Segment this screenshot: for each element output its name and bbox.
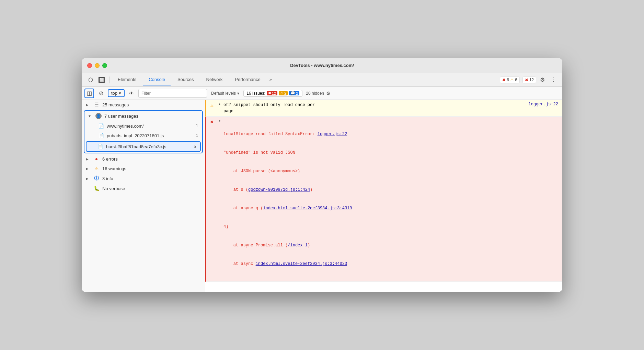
sidebar-item-info[interactable]: ▶ ⓘ 3 info <box>82 173 205 184</box>
messages-list-icon: ☰ <box>93 102 100 107</box>
messages-arrow-icon: ▶ <box>86 103 91 107</box>
console-entry-warning: ⚠ ▶ et2 snippet should only load once pe… <box>205 100 562 117</box>
tab-more[interactable]: » <box>267 75 274 84</box>
traffic-lights <box>87 63 107 68</box>
issues-error-icon: ✖ <box>268 91 271 95</box>
verbose-label: No verbose <box>102 186 201 191</box>
pubads-count: 1 <box>196 133 198 138</box>
warning-count: 6 <box>515 78 517 82</box>
inspect-button[interactable]: 🔲 <box>97 75 106 85</box>
error-count-badge[interactable]: ✖ 6 ⚠ 6 <box>500 77 519 83</box>
warning-badge-icon: ⚠ <box>510 78 514 82</box>
issues-info-badge: 💬 2 <box>289 91 299 95</box>
tab-elements[interactable]: Elements <box>112 74 142 85</box>
tab-network[interactable]: Network <box>201 74 228 85</box>
error-detail-3: at d (godzown-9010971d.js:1:424) <box>223 187 558 193</box>
console-toolbar: ◫ ⊘ top ▾ 👁 Default levels ▾ 16 Issues: … <box>82 87 562 100</box>
levels-dropdown[interactable]: Default levels ▾ <box>209 90 241 96</box>
burst-file-icon: 📄 <box>97 144 103 149</box>
sidebar-item-errors[interactable]: ▶ ● 6 errors <box>82 154 205 164</box>
error-detail-6: at async Promise.all (/index 1) <box>223 242 558 248</box>
issues-info-count: 2 <box>296 91 298 95</box>
filter-input[interactable] <box>138 89 207 98</box>
info-label: 3 info <box>102 176 201 181</box>
error-detail-1: "undefined" is not valid JSON <box>223 150 558 156</box>
sidebar-item-pubads[interactable]: 📄 pubads_impl_2022071801.js 1 <box>84 131 202 140</box>
warning-entry-icon: ⚠ <box>210 102 216 108</box>
context-label: top <box>111 91 117 96</box>
burst-count: 5 <box>194 144 196 149</box>
error-count: 6 <box>507 78 509 82</box>
window-title: DevTools - www.nytimes.com/ <box>290 63 354 68</box>
nytimes-label: www.nytimes.com/ <box>107 124 193 129</box>
hidden-badge: 20 hidden <box>306 91 324 96</box>
warning-triangle-icon: ⚠ <box>93 166 100 171</box>
issues-warning-count: 2 <box>284 91 286 95</box>
errors-arrow-icon: ▶ <box>86 157 91 161</box>
eye-button[interactable]: 👁 <box>127 89 136 98</box>
godzown-link[interactable]: godzown-9010971d.js:1:424 <box>248 187 310 192</box>
levels-label: Default levels <box>211 91 236 96</box>
error-badge-icon: ✖ <box>502 78 506 82</box>
settings-button[interactable]: ⚙ <box>538 75 547 85</box>
issues-count-badge[interactable]: ✖ 12 <box>522 77 536 83</box>
sidebar-item-nytimes[interactable]: 📄 www.nytimes.com/ 1 <box>84 121 202 131</box>
sidebar-item-verbose[interactable]: 🐛 No verbose <box>82 184 205 193</box>
burst-label: burst-f9baff81bad8ea7efa3c.js <box>106 144 191 149</box>
issues-error-count: 12 <box>272 91 276 95</box>
issues-badge[interactable]: 16 Issues: ✖ 12 ⚠ 2 💬 2 <box>243 90 302 97</box>
file-icon: 📄 <box>98 123 104 129</box>
sidebar-item-user-messages[interactable]: ▼ 👤 7 user messages <box>84 111 202 121</box>
devtools-window: DevTools - www.nytimes.com/ ⬡ 🔲 Elements… <box>82 58 562 292</box>
error-source-link-1[interactable]: logger.js:22 <box>318 132 347 137</box>
levels-chevron-icon: ▾ <box>237 91 239 96</box>
context-dropdown[interactable]: top ▾ <box>108 89 125 97</box>
more-options-button[interactable]: ⋮ <box>549 75 558 85</box>
chevron-down-icon: ▾ <box>119 91 121 96</box>
pubads-file-icon: 📄 <box>98 133 104 138</box>
cursor-tool-button[interactable]: ⬡ <box>86 75 95 85</box>
issues-count: 12 <box>529 78 534 82</box>
tab-performance[interactable]: Performance <box>229 74 266 85</box>
error-detail-7: at async index.html.svelte-2eef3934.js:3… <box>223 261 558 267</box>
vhs-text-block: vhs For complete VHS debug info: logger.… <box>218 284 558 292</box>
issues-info-icon: 💬 <box>290 91 295 95</box>
main-content: ▶ ☰ 25 messages ▼ 👤 7 user messages 📄 ww… <box>82 100 562 292</box>
console-entry-vhs: vhs For complete VHS debug info: logger.… <box>205 282 562 292</box>
pubads-label: pubads_impl_2022071801.js <box>107 133 193 138</box>
issues-badge-icon: ✖ <box>525 78 528 82</box>
tab-console[interactable]: Console <box>143 74 171 85</box>
console-settings-icon[interactable]: ⚙ <box>326 91 331 96</box>
errors-label: 6 errors <box>102 156 201 162</box>
error-detail-2: at JSON.parse (<anonymous>) <box>223 168 558 174</box>
main-toolbar: ⬡ 🔲 Elements Console Sources Network Per… <box>82 73 562 87</box>
warning-source-link[interactable]: logger.js:22 <box>529 102 558 107</box>
console-output[interactable]: ⚠ ▶ et2 snippet should only load once pe… <box>205 100 562 292</box>
info-arrow-icon: ▶ <box>86 177 91 180</box>
sidebar-toggle-button[interactable]: ◫ <box>84 89 94 98</box>
maximize-button[interactable] <box>102 63 107 68</box>
sidebar: ▶ ☰ 25 messages ▼ 👤 7 user messages 📄 ww… <box>82 100 205 292</box>
close-button[interactable] <box>87 63 92 68</box>
tab-sources[interactable]: Sources <box>172 74 199 85</box>
console-entry-error: ✖ ▶ localStorage read failed SyntaxError… <box>205 117 562 282</box>
index-link-2[interactable]: /index 1 <box>288 243 308 248</box>
user-messages-group: ▼ 👤 7 user messages 📄 www.nytimes.com/ 1… <box>84 110 203 153</box>
sidebar-item-warnings[interactable]: ▶ ⚠ 16 warnings <box>82 164 205 173</box>
issues-warning-icon: ⚠ <box>280 91 284 95</box>
clear-console-button[interactable]: ⊘ <box>96 89 106 98</box>
minimize-button[interactable] <box>95 63 100 68</box>
warning-expand-icon[interactable]: ▶ <box>219 102 221 106</box>
index-link-1[interactable]: index.html.svelte-2eef3934.js:3:4319 <box>263 206 352 211</box>
nytimes-count: 1 <box>196 124 198 128</box>
index-link-3[interactable]: index.html.svelte-2eef3934.js:3:44023 <box>256 261 347 266</box>
error-detail-5: 4) <box>223 224 558 230</box>
error-entry-icon: ✖ <box>210 119 216 125</box>
user-messages-arrow-icon: ▼ <box>88 114 93 118</box>
sidebar-item-burst[interactable]: 📄 burst-f9baff81bad8ea7efa3c.js 5 <box>87 142 200 151</box>
sidebar-item-messages[interactable]: ▶ ☰ 25 messages <box>82 100 205 109</box>
messages-label: 25 messages <box>102 102 201 107</box>
issues-warning-badge: ⚠ 2 <box>279 91 288 95</box>
error-expand-icon[interactable]: ▶ <box>219 119 221 123</box>
issues-error-badge: ✖ 12 <box>267 91 277 95</box>
